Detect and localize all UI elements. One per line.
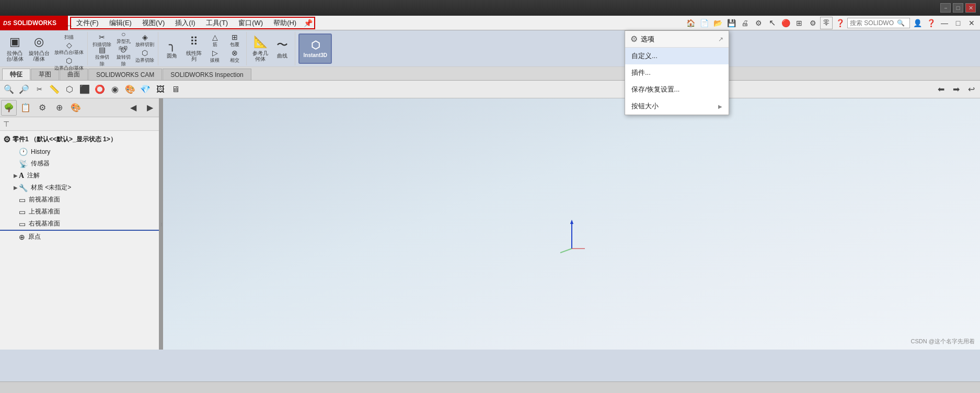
next-tab-btn[interactable]: ▶ <box>142 100 158 116</box>
view-section-icon[interactable]: ✂ <box>32 83 46 96</box>
tree-item-origin[interactable]: ⊕ 原点 <box>0 230 159 243</box>
dropdown-header-label: 选项 <box>641 35 654 44</box>
menu-view[interactable]: 视图(V) <box>137 18 170 28</box>
view-rotate-icon[interactable]: 🔎 <box>17 83 31 96</box>
print-icon[interactable]: 🖨 <box>739 17 751 29</box>
rib-btn[interactable]: △ 筋 <box>205 33 224 48</box>
loft-cut-icon: ◈ <box>142 33 148 41</box>
view-display-icon[interactable]: ⭕ <box>93 83 107 96</box>
customize-label: 自定义... <box>631 51 658 61</box>
feature-manager-tab[interactable]: 🌳 <box>1 100 17 116</box>
view-display2-icon[interactable]: ◉ <box>108 83 122 96</box>
settings2-icon[interactable]: ⚙ <box>752 17 765 29</box>
search-icon[interactable]: 🔍 <box>897 19 905 27</box>
measure-icon[interactable]: 📏 <box>48 83 61 96</box>
close2-icon[interactable]: ✕ <box>965 17 978 29</box>
rebuild-icon[interactable]: 🔴 <box>779 17 792 29</box>
restore-btn[interactable]: □ <box>953 3 963 13</box>
ref-geometry-btn[interactable]: 📐 参考几何体 <box>250 33 271 64</box>
filter-icon[interactable]: ⊤ <box>3 120 9 128</box>
tree-item-annotations[interactable]: ▶ A 注解 <box>0 170 159 182</box>
curve-btn[interactable]: 〜 曲线 <box>272 33 293 64</box>
dim-expert-tab[interactable]: ⊕ <box>51 100 67 116</box>
wrap-btn[interactable]: ⊞ 包覆 <box>225 33 244 48</box>
question-circle-icon[interactable]: ❓ <box>834 17 846 29</box>
home-icon[interactable]: 🏠 <box>684 17 697 29</box>
view-normal-icon[interactable]: ⬛ <box>78 83 91 96</box>
loft-icon: ◇ <box>66 41 72 49</box>
prev-tab-btn[interactable]: ◀ <box>125 100 141 116</box>
dropdown-item-plugins[interactable]: 插件... <box>625 64 729 81</box>
open-doc-icon[interactable]: 📂 <box>711 17 724 29</box>
help-icon[interactable]: ❓ <box>925 17 937 29</box>
restore-panel-icon[interactable]: ↩ <box>964 83 978 96</box>
loft-cut-btn[interactable]: ◈ 放样切割 <box>134 33 156 48</box>
view-monitor-icon[interactable]: 🖥 <box>169 83 182 96</box>
tree-item-top-plane[interactable]: ▭ 上视基准面 <box>0 206 159 218</box>
intersect-btn[interactable]: ⊗ 相交 <box>225 49 244 64</box>
scene-icon[interactable]: 🎨 <box>123 83 137 96</box>
config-manager-tab[interactable]: ⚙ <box>34 100 50 116</box>
menu-tools[interactable]: 工具(T) <box>201 18 234 28</box>
tree-root-icon: ⚙ <box>3 134 10 144</box>
boundary-boss-btn[interactable]: ⬡ 边界凸台/基体 <box>53 57 86 72</box>
tree-root-part[interactable]: ⚙ 零件1 （默认<<默认>_显示状态 1>） <box>0 133 159 146</box>
user-icon[interactable]: 👤 <box>911 17 924 29</box>
draft-label: 拔模 <box>210 57 220 64</box>
menu-window[interactable]: 窗口(W) <box>233 18 268 28</box>
tree-item-front-plane[interactable]: ▭ 前视基准面 <box>0 194 159 206</box>
expand-panel-left-icon[interactable]: ⬅ <box>934 83 948 96</box>
fillet-btn[interactable]: ╮ 圆角 <box>162 33 182 64</box>
top-plane-icon: ▭ <box>19 208 26 216</box>
dropdown-item-customize[interactable]: 自定义... <box>625 48 729 64</box>
minimize-btn[interactable]: － <box>940 3 951 13</box>
svg-marker-4 <box>570 220 573 224</box>
instant3d-btn[interactable]: ⬡ Instant3D <box>298 33 332 64</box>
menu-edit[interactable]: 编辑(E) <box>104 18 137 28</box>
realview-icon[interactable]: 💎 <box>139 83 152 96</box>
extrude-boss-btn[interactable]: ▣ 拉伸凸台/基体 <box>4 33 26 64</box>
tab-features[interactable]: 特征 <box>2 69 30 80</box>
tree-item-history[interactable]: 🕐 History <box>0 146 159 158</box>
revolve-cut-btn[interactable]: ⊙ 旋转切除 <box>114 49 133 64</box>
menu-insert[interactable]: 插入(I) <box>170 18 200 28</box>
cursor-select-icon[interactable]: ↖ <box>766 17 778 29</box>
menu-pin-icon[interactable]: 📌 <box>302 17 314 29</box>
options-gear-icon[interactable]: ⚙ <box>806 17 819 29</box>
menu-help[interactable]: 帮助(H) <box>268 18 302 28</box>
view-orient-icon[interactable]: 🔍 <box>2 83 16 96</box>
boundary-cut-btn[interactable]: ⬡ 边界切除 <box>134 49 156 64</box>
property-manager-tab[interactable]: 📋 <box>18 100 33 116</box>
render-icon[interactable]: 🖼 <box>154 83 167 96</box>
expand-panel-right-icon[interactable]: ➡ <box>949 83 963 96</box>
intersect-icon: ⊗ <box>232 49 238 57</box>
dropdown-item-button-size[interactable]: 按钮大小 ▶ <box>625 98 729 115</box>
tree-item-right-plane[interactable]: ▭ 右视基准面 <box>0 218 159 230</box>
rib-icon: △ <box>212 33 218 41</box>
appearance-tab[interactable]: 🎨 <box>68 100 84 116</box>
wrap-label: 包覆 <box>230 41 239 48</box>
dropdown-item-save-restore[interactable]: 保存/恢复设置... <box>625 81 729 98</box>
loft-btn[interactable]: ◇ 放样凸台/基体 <box>53 41 86 56</box>
extrude-cut-btn[interactable]: ▤ 拉伸切除 <box>91 49 113 64</box>
tab-swcam[interactable]: SOLIDWORKS CAM <box>88 69 162 80</box>
save-icon[interactable]: 💾 <box>725 17 737 29</box>
expand-icon[interactable]: — <box>938 17 951 29</box>
3d-viewport[interactable]: CSDN @这个名字先用着 <box>163 98 980 350</box>
grid-icon[interactable]: ⊞ <box>793 17 805 29</box>
revolve-boss-btn[interactable]: ◎ 旋转凸台/基体 <box>27 33 52 64</box>
dropdown-header: ⚙ 选项 ↗ <box>625 31 729 48</box>
tree-item-material[interactable]: ▶ 🔧 材质 <未指定> <box>0 182 159 194</box>
minimize2-icon[interactable]: □ <box>952 17 964 29</box>
sweep-btn[interactable]: ⌒ 扫描 <box>53 26 86 40</box>
instant3d-label: Instant3D <box>304 52 328 58</box>
search-input[interactable] <box>850 19 897 27</box>
tree-item-sensors[interactable]: 📡 传感器 <box>0 158 159 170</box>
draft-btn[interactable]: ▷ 拔模 <box>205 49 224 64</box>
view-iso-icon[interactable]: ⬡ <box>63 83 76 96</box>
new-doc-icon[interactable]: 📄 <box>698 17 710 29</box>
linear-pattern-btn[interactable]: ⠿ 线性阵列 <box>183 33 204 64</box>
close-btn[interactable]: ✕ <box>965 3 976 13</box>
boundary-cut-label: 边界切除 <box>135 57 154 64</box>
tab-inspection[interactable]: SOLIDWORKS Inspection <box>163 69 251 80</box>
